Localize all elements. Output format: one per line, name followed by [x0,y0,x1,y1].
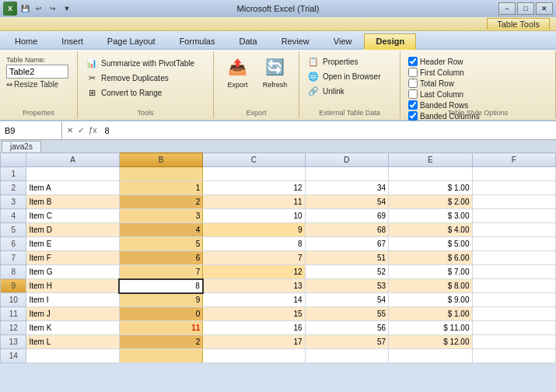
tab-page-layout[interactable]: Page Layout [96,33,167,48]
cell-b[interactable]: 6 [119,251,202,265]
confirm-formula-icon[interactable]: ✓ [76,125,86,135]
tab-insert[interactable]: Insert [50,33,95,48]
cell-b[interactable] [119,349,202,363]
cell-f[interactable] [472,237,556,251]
open-in-browser-button[interactable]: 🌐 Open in Browser [304,69,395,83]
cell-d[interactable]: 52 [305,265,388,279]
cell-b[interactable]: 2 [119,335,202,349]
cell-a[interactable]: Item D [26,223,119,237]
undo-button[interactable]: ↩ [33,2,45,15]
col-header-c[interactable]: C [203,153,305,167]
sheet-tab-java2s[interactable]: java2s [2,141,41,152]
cell-e[interactable]: $ 9.00 [389,293,472,307]
remove-duplicates-button[interactable]: ✂ Remove Duplicates [82,71,208,85]
cell-e[interactable]: $ 5.00 [389,237,472,251]
cell-c[interactable]: 9 [203,223,305,237]
cell-c[interactable]: 17 [203,335,305,349]
cell-e[interactable] [389,167,472,181]
total-row-checkbox[interactable] [408,79,418,88]
col-header-b[interactable]: B [119,153,202,167]
export-button[interactable]: 📤 Export [221,53,255,90]
cancel-formula-icon[interactable]: ✕ [65,125,75,135]
cell-d[interactable] [305,349,388,363]
cell-e[interactable]: $ 6.00 [389,251,472,265]
cell-b[interactable]: 2 [119,195,202,209]
cell-e[interactable]: $ 7.00 [389,265,472,279]
customize-button[interactable]: ▼ [61,2,73,15]
cell-c[interactable]: 12 [203,265,305,279]
refresh-button[interactable]: 🔄 Refresh [258,53,292,90]
col-header-a[interactable]: A [26,153,119,167]
cell-c[interactable]: 16 [203,321,305,335]
properties-button[interactable]: 📋 Properties [304,54,395,68]
cell-f[interactable] [472,195,556,209]
cell-f[interactable] [472,251,556,265]
cell-f[interactable] [472,223,556,237]
cell-f[interactable] [472,307,556,321]
cell-a[interactable]: Item E [26,237,119,251]
close-button[interactable]: ✕ [536,2,553,15]
cell-e[interactable]: $ 8.00 [389,279,472,293]
insert-function-icon[interactable]: ƒx [87,125,99,135]
cell-c[interactable]: 8 [203,237,305,251]
cell-a[interactable]: Item G [26,265,119,279]
cell-c[interactable]: 10 [203,209,305,223]
cell-d[interactable]: 56 [305,321,388,335]
cell-a[interactable]: Item F [26,251,119,265]
cell-d[interactable]: 51 [305,251,388,265]
minimize-button[interactable]: − [498,2,516,15]
save-button[interactable]: 💾 [19,2,31,15]
cell-d[interactable]: 69 [305,209,388,223]
cell-c[interactable]: 14 [203,293,305,307]
table-name-input[interactable] [6,65,68,79]
cell-d[interactable] [305,167,388,181]
cell-b[interactable]: 9 [119,293,202,307]
cell-f[interactable] [472,335,556,349]
unlink-button[interactable]: 🔗 Unlink [304,84,395,98]
cell-b[interactable]: 1 [119,181,202,195]
cell-c[interactable]: 15 [203,307,305,321]
cell-b[interactable]: 11 [119,321,202,335]
cell-b[interactable]: 5 [119,237,202,251]
tab-data[interactable]: Data [227,33,268,48]
cell-a[interactable]: Item I [26,293,119,307]
cell-d[interactable]: 55 [305,307,388,321]
cell-d[interactable]: 54 [305,195,388,209]
cell-e[interactable] [389,349,472,363]
cell-f[interactable] [472,321,556,335]
col-header-f[interactable]: F [472,153,556,167]
cell-f[interactable] [472,349,556,363]
tab-home[interactable]: Home [3,33,49,48]
cell-d[interactable]: 34 [305,181,388,195]
cell-f[interactable] [472,167,556,181]
cell-f[interactable] [472,209,556,223]
cell-a[interactable]: Item A [26,181,119,195]
cell-b[interactable]: 4 [119,223,202,237]
convert-to-range-button[interactable]: ⊞ Convert to Range [82,86,208,100]
cell-b[interactable]: 0 [119,307,202,321]
first-column-checkbox[interactable] [408,68,418,77]
cell-a[interactable] [26,349,119,363]
tab-formulas[interactable]: Formulas [168,33,227,48]
redo-button[interactable]: ↪ [47,2,59,15]
cell-a[interactable]: Item J [26,307,119,321]
cell-c[interactable]: 11 [203,195,305,209]
col-header-d[interactable]: D [305,153,388,167]
cell-f[interactable] [472,265,556,279]
tab-view[interactable]: View [322,33,364,48]
cell-b[interactable]: 7 [119,265,202,279]
tab-design[interactable]: Design [364,33,416,50]
cell-a[interactable]: Item H [26,279,119,293]
cell-d[interactable]: 68 [305,223,388,237]
cell-a[interactable]: Item K [26,321,119,335]
cell-a[interactable] [26,167,119,181]
maximize-button[interactable]: □ [517,2,534,15]
cell-f[interactable] [472,181,556,195]
cell-b[interactable]: 8 [119,279,202,293]
resize-table-button[interactable]: ⇔ Resize Table [6,80,71,89]
cell-e[interactable]: $ 1.00 [389,181,472,195]
cell-a[interactable]: Item C [26,209,119,223]
cell-c[interactable]: 7 [203,251,305,265]
cell-a[interactable]: Item B [26,195,119,209]
cell-f[interactable] [472,279,556,293]
